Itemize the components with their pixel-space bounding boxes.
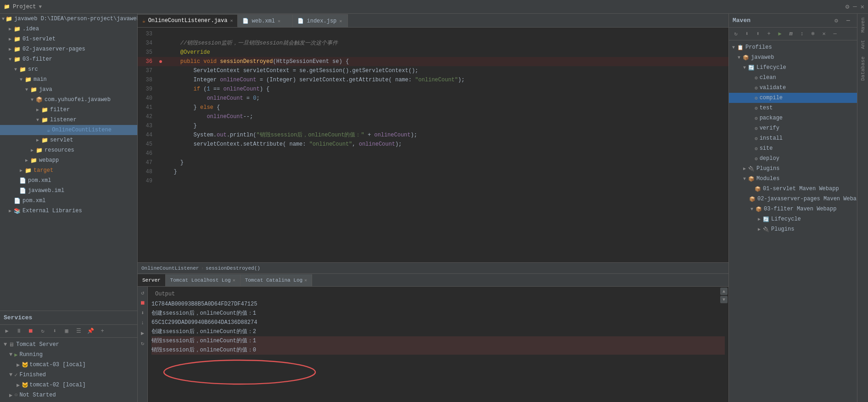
- output-btn-wrap[interactable]: ↓: [139, 319, 147, 327]
- scroll-down-btn[interactable]: ▼: [720, 296, 728, 303]
- tab-onlinecount-close[interactable]: ✕: [230, 18, 233, 23]
- maven-tb-snowflake[interactable]: ❄: [808, 29, 818, 39]
- tree-item-02jsp[interactable]: ▶ 📁 02-javaserver-pages: [0, 44, 137, 54]
- svc-btn-pin[interactable]: 📌: [85, 326, 95, 336]
- output-btn-resume[interactable]: ▶: [139, 329, 147, 337]
- scroll-up-btn[interactable]: ▲: [720, 288, 728, 295]
- tree-item-01servlet[interactable]: ▶ 📁 01-servlet: [0, 34, 137, 44]
- maven-plugins[interactable]: ▶ 🔌 Plugins: [729, 164, 857, 174]
- maven-deploy[interactable]: ⚙ deploy: [729, 153, 857, 164]
- tree-item-src[interactable]: ▼ 📁 src: [0, 64, 137, 74]
- catalina-tab-close[interactable]: ✕: [304, 277, 307, 283]
- ln-37: 37: [138, 66, 156, 75]
- maven-mod-02[interactable]: 📦 02-javaserver-pages Maven Webapp: [729, 194, 857, 204]
- tree-item-listener[interactable]: ▼ 📁 listener: [0, 115, 137, 125]
- maven-javaweb[interactable]: ▼ 📦 javaweb: [729, 52, 857, 62]
- maven-verify[interactable]: ⚙ verify: [729, 123, 857, 133]
- maven-validate[interactable]: ⚙ validate: [729, 83, 857, 93]
- bottom-tab-catalina[interactable]: Tomcat Catalina Log ✕: [241, 274, 312, 286]
- tree-item-iml[interactable]: 📄 javaweb.iml: [0, 186, 137, 196]
- filter-arrow: ▼: [7, 57, 13, 62]
- output-area[interactable]: Output 1C784AB00093B8B5A0D64FD27DF47125 …: [148, 287, 728, 357]
- jsp-icon: 📁: [14, 46, 21, 53]
- maven-test[interactable]: ⚙ test: [729, 103, 857, 113]
- tree-item-webapp[interactable]: ▶ 📁 webapp: [0, 155, 137, 165]
- maven-mod-03[interactable]: ▼ 📦 03-filter Maven Webapp: [729, 204, 857, 214]
- svc-btn-play[interactable]: ▶: [2, 326, 12, 336]
- project-label[interactable]: Project: [13, 4, 36, 10]
- tree-item-target[interactable]: ▶ 📁 target: [0, 165, 137, 176]
- maven-compile[interactable]: ⚙ compile: [729, 93, 857, 103]
- tree-item-pom1[interactable]: 📄 pom.xml: [0, 176, 137, 186]
- svc-tomcat02[interactable]: ▶ 🐱 tomcat-02 [local]: [0, 380, 137, 390]
- bottom-tab-server[interactable]: Server: [138, 274, 166, 286]
- maven-lifecycle[interactable]: ▼ 🔄 Lifecycle: [729, 62, 857, 73]
- output-btn-stop[interactable]: ⏹: [139, 299, 147, 307]
- svc-btn-add[interactable]: +: [97, 326, 107, 336]
- output-btn-reload[interactable]: ↺: [139, 289, 147, 297]
- maven-tb-refresh[interactable]: ↻: [731, 29, 741, 39]
- tab-webxml[interactable]: 📄 web.xml ✕: [238, 14, 293, 27]
- tree-item-onlinecount[interactable]: ☕ OnlineCountListene: [0, 125, 137, 135]
- minimize-btn[interactable]: —: [853, 3, 857, 11]
- maven-install[interactable]: ⚙ install: [729, 133, 857, 143]
- maven-clean[interactable]: ⚙ clean: [729, 73, 857, 83]
- project-dropdown[interactable]: ▼: [39, 4, 42, 10]
- maven-tb-m[interactable]: m: [786, 29, 796, 39]
- tree-item-servlet-pkg[interactable]: ▶ 📁 servlet: [0, 135, 137, 145]
- vtab-maven[interactable]: Maven: [858, 14, 868, 36]
- project-icon: 📁: [4, 4, 10, 10]
- maven-mod-01[interactable]: 📦 01-servlet Maven Webapp: [729, 184, 857, 194]
- svc-tomcat-server[interactable]: ▼ 🖥 Tomcat Server: [0, 340, 137, 350]
- svc-btn-reload[interactable]: ↻: [38, 326, 48, 336]
- maven-modules[interactable]: ▼ 📦 Modules: [729, 174, 857, 184]
- tree-item-package[interactable]: ▼ 📦 com.yuhuofei.javaweb: [0, 95, 137, 105]
- bottom-tab-localhost[interactable]: Tomcat Localhost Log ✕: [166, 274, 241, 286]
- maven-settings-btn[interactable]: ⚙: [831, 16, 841, 26]
- svc-finished-group[interactable]: ▼ ✓ Finished: [0, 370, 137, 380]
- maven-mod03-lifecycle[interactable]: ▶ 🔄 Lifecycle: [729, 214, 857, 224]
- svc-notstarted-group[interactable]: ▶ ○ Not Started: [0, 390, 137, 400]
- tree-item-java[interactable]: ▼ 📁 java: [0, 85, 137, 95]
- project-root[interactable]: ▼ 📁 javaweb D:\IDEA\person-project\javaw…: [0, 14, 137, 24]
- maven-profiles[interactable]: ▼ 📋 Profiles: [729, 42, 857, 52]
- localhost-tab-close[interactable]: ✕: [233, 277, 235, 283]
- close-btn[interactable]: ✕: [861, 3, 864, 11]
- tab-webxml-close[interactable]: ✕: [278, 18, 280, 24]
- tab-indexjsp[interactable]: 📄 index.jsp ✕: [293, 14, 348, 27]
- maven-tb-expand[interactable]: ↕: [797, 29, 807, 39]
- maven-package[interactable]: ⚙ package: [729, 113, 857, 123]
- svc-btn-down[interactable]: ⬇: [50, 326, 60, 336]
- tab-indexjsp-close[interactable]: ✕: [339, 18, 342, 24]
- svc-btn-group[interactable]: ▦: [62, 326, 72, 336]
- vtab-ant[interactable]: Ant: [858, 36, 868, 53]
- maven-minimize-btn[interactable]: —: [843, 16, 853, 26]
- settings-btn[interactable]: ⚙: [846, 3, 849, 11]
- maven-site[interactable]: ⚙ site: [729, 143, 857, 153]
- maven-tb-run[interactable]: ▶: [775, 29, 785, 39]
- maven-tb-close[interactable]: ✕: [819, 29, 829, 39]
- svc-btn-stop[interactable]: ⏹: [26, 326, 36, 336]
- maven-header-actions: ⚙ —: [831, 16, 853, 26]
- tree-item-pom2[interactable]: 📄 pom.xml: [0, 196, 137, 206]
- tree-item-ext-libs[interactable]: ▶ 📚 External Libraries: [0, 206, 137, 216]
- svc-running-group[interactable]: ▼ ▶ Running: [0, 350, 137, 360]
- tree-item-main[interactable]: ▼ 📁 main: [0, 74, 137, 85]
- tree-item-idea[interactable]: ▶ 📁 .idea: [0, 24, 137, 34]
- maven-tb-add[interactable]: +: [764, 29, 774, 39]
- tree-item-resources[interactable]: ▶ 📁 resources: [0, 145, 137, 155]
- maven-mod03-plugins[interactable]: ▶ 🔌 Plugins: [729, 224, 857, 234]
- output-btn-filter[interactable]: ⬇: [139, 309, 147, 317]
- svc-btn-pause[interactable]: ⏸: [14, 326, 24, 336]
- maven-tb-upload[interactable]: ⬆: [753, 29, 763, 39]
- tab-onlinecount[interactable]: ☕ OnlineCountListener.java ✕: [138, 14, 238, 27]
- vtab-database[interactable]: Database: [858, 53, 868, 85]
- maven-tb-minimize[interactable]: —: [830, 29, 840, 39]
- svc-tomcat03[interactable]: ▶ 🐱 tomcat-03 [local]: [0, 360, 137, 370]
- output-btn-settings[interactable]: ↻: [139, 339, 147, 347]
- tree-item-03filter[interactable]: ▼ 📁 03-filter: [0, 54, 137, 64]
- svc-btn-filter[interactable]: ☰: [73, 326, 84, 336]
- tree-item-filter-pkg[interactable]: ▶ 📁 filter: [0, 105, 137, 115]
- maven-tb-download[interactable]: ⬇: [742, 29, 752, 39]
- code-editor[interactable]: 33 34 //销毁session监听，一旦销毁session就会触发一次这个事…: [138, 28, 728, 262]
